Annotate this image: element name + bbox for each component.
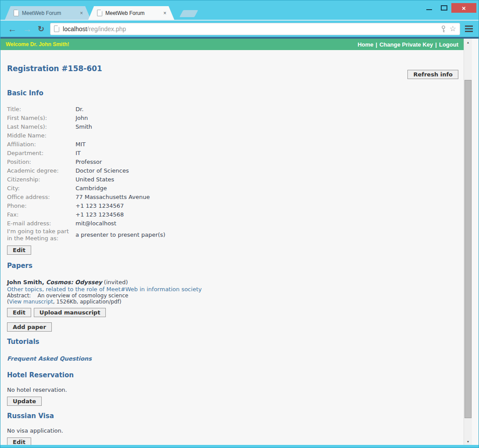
hotel-update-button[interactable]: Update: [7, 397, 42, 406]
basic-info-heading: Basic Info: [7, 89, 464, 97]
nav-logout-link[interactable]: Logout: [439, 41, 458, 48]
visa-status-text: No visa application.: [7, 427, 464, 434]
abstract-label: Abstract:: [7, 293, 31, 299]
field-value: 77 Massachusetts Avenue: [76, 193, 150, 202]
url-text: localhost/reg/index.php: [63, 25, 441, 33]
field-value: MIT: [76, 140, 86, 149]
field-label: Office address:: [7, 193, 76, 202]
field-value: Doctor of Sciences: [76, 166, 129, 175]
manuscript-suffix: , 1526Kb, application/pdf): [53, 299, 122, 305]
field-value: John: [76, 114, 88, 123]
tab-title: MeetWeb Forum: [22, 10, 77, 16]
forward-icon: →: [23, 25, 32, 33]
field-label: Title:: [7, 105, 76, 114]
maximize-button[interactable]: [436, 3, 451, 13]
basic-info-edit-button[interactable]: Edit: [7, 246, 31, 255]
scrollbar-thumb[interactable]: [465, 80, 472, 418]
add-paper-button[interactable]: Add paper: [7, 322, 52, 332]
field-label: E-mail address:: [7, 219, 76, 228]
visa-heading: Russian Visa: [7, 412, 464, 420]
tab-meetweb-1[interactable]: MeetWeb Forum ×: [5, 6, 91, 20]
paper-abstract-line: Abstract:An overview of cosmology scienc…: [7, 293, 464, 299]
field-label: Last Name(s):: [7, 123, 76, 131]
web-page: Welcome Dr. John Smith! Home|Change Priv…: [0, 39, 464, 445]
scroll-up-icon[interactable]: ▲: [464, 39, 472, 46]
paper-authors: John Smith,: [7, 279, 44, 285]
field-row: Last Name(s):Smith: [7, 123, 464, 131]
paper-status: (invited): [104, 279, 128, 285]
minimize-icon: [426, 9, 432, 10]
back-icon[interactable]: ←: [8, 25, 17, 33]
field-row: Phone:+1 123 1234567: [7, 202, 464, 210]
close-button[interactable]: ×: [451, 3, 476, 13]
field-row: Academic degree:Doctor of Sciences: [7, 166, 464, 175]
tab-close-icon[interactable]: ×: [80, 10, 83, 16]
upload-manuscript-button[interactable]: Upload manuscript: [34, 308, 106, 317]
browser-toolbar: ← → ↻ localhost/reg/index.php ☆: [0, 21, 479, 37]
page-favicon: [97, 10, 102, 16]
papers-heading: Papers: [7, 262, 464, 270]
address-bar[interactable]: localhost/reg/index.php ☆: [50, 23, 460, 35]
field-row: E-mail address:mit@localhost: [7, 219, 464, 228]
paper-edit-button[interactable]: Edit: [7, 308, 31, 317]
field-label: I'm going to take part in the Meeting as…: [7, 228, 76, 242]
field-label: Academic degree:: [7, 166, 76, 175]
browser-window: × MeetWeb Forum × MeetWeb Forum × ← → ↻ …: [0, 0, 479, 448]
nav-home-link[interactable]: Home: [357, 41, 373, 48]
scroll-down-icon[interactable]: ▼: [464, 438, 472, 445]
paper-item: John Smith, Cosmos: Odyssey (invited) Ot…: [7, 278, 464, 317]
field-row: Citizenship:United States: [7, 175, 464, 184]
menu-icon[interactable]: [464, 25, 474, 32]
site-header: Welcome Dr. John Smith! Home|Change Priv…: [0, 39, 464, 50]
refresh-info-button[interactable]: Refresh info: [407, 70, 458, 79]
field-label: City:: [7, 184, 76, 193]
paper-title: Cosmos: Odyssey: [46, 279, 102, 285]
hotel-status-text: No hotel reservation.: [7, 387, 464, 393]
tab-title: MeetWeb Forum: [105, 10, 161, 16]
field-label: Middle Name:: [7, 131, 76, 140]
abstract-text: An overview of cosmology science: [37, 293, 128, 299]
minimize-button[interactable]: [421, 3, 436, 13]
field-label: Citizenship:: [7, 175, 76, 184]
close-icon: ×: [462, 4, 466, 12]
field-row: First Name(s):John: [7, 114, 464, 123]
field-value: Dr.: [76, 105, 83, 114]
field-value: Professor: [76, 158, 102, 166]
visa-edit-button[interactable]: Edit: [7, 437, 31, 445]
site-nav: Home|Change Private Key|Logout: [357, 41, 458, 48]
field-row: Middle Name:: [7, 131, 464, 140]
url-path: /reg/index.php: [87, 25, 126, 33]
vertical-scrollbar[interactable]: ▲ ▼: [464, 39, 472, 445]
main-content: Refresh info Registration #158-601 Basic…: [0, 64, 464, 445]
field-value: a presenter to present paper(s): [76, 231, 165, 239]
field-value: Cambridge: [76, 184, 107, 193]
basic-info-fields: Title:Dr.First Name(s):JohnLast Name(s):…: [7, 105, 464, 242]
nav-separator: |: [435, 41, 437, 48]
field-row: Office address:77 Massachusetts Avenue: [7, 193, 464, 202]
bookmark-star-icon[interactable]: ☆: [450, 25, 456, 33]
view-manuscript-link[interactable]: View manuscript: [9, 299, 53, 305]
field-value: United States: [76, 175, 114, 184]
window-frame-bottom: [0, 445, 479, 448]
field-row: Title:Dr.: [7, 105, 464, 114]
field-row: City:Cambridge: [7, 184, 464, 193]
new-tab-button[interactable]: [180, 10, 198, 17]
paper-topic: Other topics, related to the role of Mee…: [7, 286, 464, 293]
field-label: Department:: [7, 149, 76, 158]
field-label: Phone:: [7, 202, 76, 210]
field-value: Smith: [76, 123, 92, 131]
field-value: +1 123 1234567: [76, 202, 124, 210]
tutorials-heading: Tutorials: [7, 338, 464, 346]
reload-icon[interactable]: ↻: [38, 25, 44, 33]
key-icon[interactable]: [441, 25, 446, 33]
field-label: Fax:: [7, 210, 76, 219]
nav-separator: |: [376, 41, 378, 48]
hotel-heading: Hotel Reservation: [7, 371, 464, 379]
faq-link[interactable]: Frequent Asked Questions: [7, 355, 92, 362]
field-row: Affiliation:MIT: [7, 140, 464, 149]
tab-meetweb-2[interactable]: MeetWeb Forum ×: [88, 6, 174, 20]
url-host: localhost: [63, 25, 87, 33]
tab-close-icon[interactable]: ×: [163, 10, 166, 16]
nav-change-key-link[interactable]: Change Private Key: [379, 41, 433, 48]
field-row: Position:Professor: [7, 158, 464, 166]
